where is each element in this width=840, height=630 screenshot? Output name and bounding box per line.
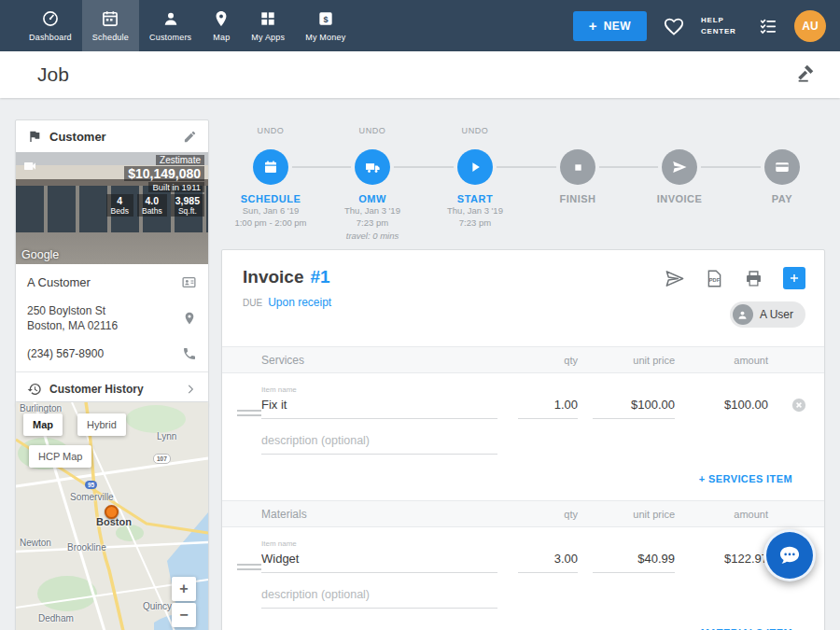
help-center-link[interactable]: HELP CENTER xyxy=(701,15,742,37)
add-service-item-link[interactable]: + SERVICES ITEM xyxy=(699,473,792,484)
item-name-input[interactable] xyxy=(261,395,497,419)
nav-item-schedule[interactable]: Schedule xyxy=(82,0,139,51)
service-description-row xyxy=(222,430,824,455)
nav-right: + NEW HELP CENTER AU xyxy=(573,0,840,51)
chat-fab-button[interactable] xyxy=(763,529,816,581)
step-label: START xyxy=(457,193,493,204)
truck-step-icon[interactable] xyxy=(355,149,390,185)
due-value-link[interactable]: Upon receipt xyxy=(268,296,331,309)
materials-section-header: Materials qty unit price amount xyxy=(222,500,824,527)
customer-address: 250 Boylston St Boston, MA 02116 xyxy=(27,303,182,333)
schedule-icon xyxy=(101,9,119,28)
map-label: Burlington xyxy=(20,403,62,413)
undo-button[interactable]: UNDO xyxy=(258,119,285,149)
drag-handle-icon[interactable] xyxy=(237,410,261,416)
undo-button[interactable]: UNDO xyxy=(462,119,489,149)
mini-map[interactable]: Burlington Lynn Somerville Boston Newton… xyxy=(15,401,209,630)
qty-input[interactable] xyxy=(518,395,578,419)
map-type-hybrid-button[interactable]: Hybrid xyxy=(77,413,126,436)
line-amount: $100.00 xyxy=(690,398,768,419)
customer-history-label: Customer History xyxy=(49,383,184,396)
map-label: Lynn xyxy=(157,431,176,441)
remove-item-icon[interactable] xyxy=(791,397,807,413)
nav-label: Map xyxy=(213,33,230,42)
edit-pencil-icon[interactable] xyxy=(183,130,197,144)
step-schedule: UNDO SCHEDULE Sun, Jan 6 '19 1:00 pm - 2… xyxy=(219,119,322,230)
nav-item-my-money[interactable]: $ My Money xyxy=(295,0,356,51)
assigned-user-name: A User xyxy=(760,308,793,321)
card-step-icon[interactable] xyxy=(764,149,800,185)
invoice-number[interactable]: #1 xyxy=(310,267,329,287)
step-time: 1:00 pm - 2:00 pm xyxy=(234,217,306,229)
customer-card-header: Customer xyxy=(16,120,208,152)
phone-icon[interactable] xyxy=(182,346,197,361)
material-description-row xyxy=(222,584,824,609)
customer-name: A Customer xyxy=(27,275,181,289)
schedule-step-icon[interactable] xyxy=(253,149,288,185)
pdf-icon[interactable]: PDF xyxy=(705,269,724,288)
contact-card-icon[interactable] xyxy=(181,274,197,290)
print-icon[interactable] xyxy=(744,269,763,288)
zoom-out-button[interactable]: − xyxy=(172,603,196,627)
add-material-item-row: + MATERIALS ITEM xyxy=(222,623,824,630)
stat-beds: 4 Beds xyxy=(106,194,133,217)
send-step-icon[interactable] xyxy=(662,149,697,185)
customer-address-row: 250 Boylston St Boston, MA 02116 xyxy=(16,297,208,340)
nav-item-map[interactable]: Map xyxy=(202,0,241,51)
svg-text:PDF: PDF xyxy=(709,277,721,283)
step-label: PAY xyxy=(772,193,792,204)
money-icon: $ xyxy=(316,9,335,28)
play-step-icon[interactable] xyxy=(457,149,493,185)
step-label: FINISH xyxy=(559,193,595,204)
description-input[interactable] xyxy=(261,584,497,609)
nav-label: My Money xyxy=(305,33,345,42)
location-pin-icon[interactable] xyxy=(182,311,197,326)
nav-item-my-apps[interactable]: My Apps xyxy=(241,0,295,51)
user-silhouette-icon xyxy=(733,304,753,325)
nav-item-dashboard[interactable]: Dashboard xyxy=(19,0,82,51)
flag-icon xyxy=(27,129,42,144)
hcp-map-button[interactable]: HCP Map xyxy=(29,445,91,468)
description-input[interactable] xyxy=(261,430,497,455)
map-pin-icon xyxy=(212,9,231,28)
built-year: Built in 1911 xyxy=(148,182,204,192)
step-label: INVOICE xyxy=(657,193,703,204)
tasks-icon[interactable] xyxy=(758,16,778,36)
job-tools-icon[interactable] xyxy=(795,63,816,87)
new-button[interactable]: + NEW xyxy=(573,11,647,41)
step-travel: travel: 0 mins xyxy=(346,230,399,242)
zoom-in-button[interactable]: + xyxy=(172,577,196,601)
google-watermark: Google xyxy=(21,248,59,261)
zestimate-overlay: Zestimate $10,149,080 Built in 1911 4 Be… xyxy=(106,155,208,217)
add-invoice-item-button[interactable] xyxy=(783,267,805,289)
dashboard-icon xyxy=(41,9,60,28)
map-label: Quincy xyxy=(143,601,172,611)
nav-label: My Apps xyxy=(251,33,285,42)
stop-step-icon[interactable] xyxy=(560,149,595,185)
chevron-right-icon xyxy=(184,383,197,396)
undo-button[interactable]: UNDO xyxy=(359,119,386,149)
job-location-pin xyxy=(105,505,119,519)
drag-handle-icon[interactable] xyxy=(237,564,261,570)
user-avatar[interactable]: AU xyxy=(794,10,826,42)
svg-text:$: $ xyxy=(323,15,328,24)
step-pay: PAY xyxy=(731,119,833,204)
stat-sqft: 3,985 Sq.ft. xyxy=(171,194,204,217)
item-name-input[interactable] xyxy=(261,549,497,573)
customer-card: Customer Zestimate $10,149,080 Built in … xyxy=(15,119,209,407)
send-invoice-icon[interactable] xyxy=(664,268,685,289)
nav-item-customers[interactable]: Customers xyxy=(139,0,202,51)
property-photo[interactable]: Zestimate $10,149,080 Built in 1911 4 Be… xyxy=(16,152,208,264)
customer-card-title: Customer xyxy=(49,130,106,144)
qty-input[interactable] xyxy=(518,549,578,573)
step-label: SCHEDULE xyxy=(241,193,301,204)
new-button-label: NEW xyxy=(604,20,631,33)
unit-price-input[interactable] xyxy=(593,395,675,419)
plus-icon: + xyxy=(589,21,597,31)
heart-icon[interactable] xyxy=(663,15,685,37)
qty-column-header: qty xyxy=(518,355,578,366)
map-label: Brookline xyxy=(67,542,106,553)
unit-price-input[interactable] xyxy=(593,549,675,573)
map-type-map-button[interactable]: Map xyxy=(23,413,63,436)
assigned-user-pill[interactable]: A User xyxy=(730,301,805,328)
